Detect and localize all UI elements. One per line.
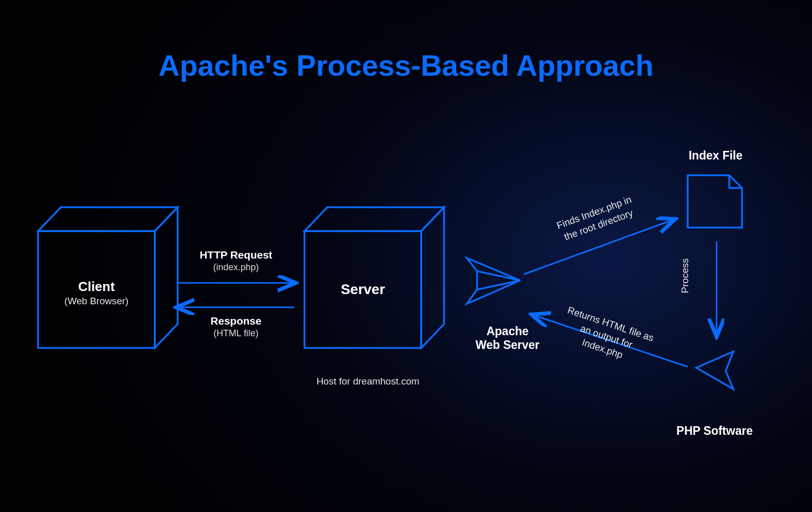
document-icon xyxy=(688,175,742,228)
server-cube xyxy=(304,207,444,348)
returns-html-label: Returns HTML file as an output for Index… xyxy=(538,297,675,376)
request-label: HTTP Request (index.php) xyxy=(178,249,294,273)
response-title: Response xyxy=(178,315,294,327)
chevron-left-icon xyxy=(696,351,733,389)
request-title: HTTP Request xyxy=(178,249,294,261)
index-file-title: Index File xyxy=(665,149,766,163)
find-index-label: Finds Index.php in the root directory xyxy=(530,184,663,253)
diagram-title: Apache's Process-Based Approach xyxy=(158,48,653,82)
apache-line2: Web Server xyxy=(449,338,566,352)
client-label: Client (Web Browser) xyxy=(38,279,155,307)
server-title: Server xyxy=(304,281,421,298)
php-label: PHP Software xyxy=(654,424,775,438)
paper-plane-icon xyxy=(467,258,520,304)
client-title: Client xyxy=(38,279,155,295)
server-caption: Host for dreamhost.com xyxy=(297,376,439,387)
response-label: Response (HTML file) xyxy=(178,315,294,339)
request-sub: (index.php) xyxy=(178,262,294,273)
client-subtitle: (Web Browser) xyxy=(38,296,155,307)
server-label: Server xyxy=(304,281,421,298)
response-sub: (HTML file) xyxy=(178,328,294,339)
php-title: PHP Software xyxy=(654,424,775,438)
client-cube xyxy=(38,207,178,348)
index-file-label: Index File xyxy=(665,149,766,163)
process-label: Process xyxy=(679,255,692,296)
